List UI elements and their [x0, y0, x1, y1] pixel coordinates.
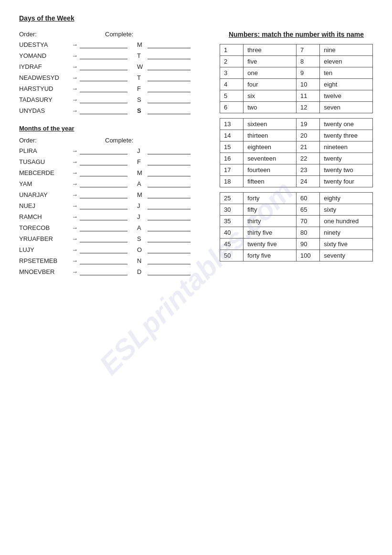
months-order-input[interactable] — [80, 180, 127, 187]
days-order-input[interactable] — [80, 74, 127, 81]
days-order-input[interactable] — [80, 96, 127, 103]
months-complete-input[interactable] — [148, 158, 191, 165]
months-order-input[interactable] — [80, 147, 127, 154]
table-row: 45 twenty five 90 sixty five — [220, 239, 373, 250]
num-cell: 60 — [296, 193, 319, 204]
word-cell: five — [244, 56, 297, 67]
num-cell: 8 — [296, 56, 319, 67]
complete-letter: A — [137, 224, 146, 231]
days-complete-col: W — [137, 63, 191, 70]
page-title: Days of the Week — [19, 14, 373, 22]
months-complete-col: M — [137, 169, 191, 176]
arrow-icon: → — [72, 246, 78, 253]
word-cell: two — [244, 102, 297, 113]
complete-letter: O — [137, 246, 146, 253]
table-row: 50 forty five 100 seventy — [220, 250, 373, 261]
left-section: Order: Complete: UDESTYA → M YOMAND → T … — [19, 31, 210, 280]
months-complete-col: D — [137, 268, 191, 275]
arrow-icon: → — [72, 63, 78, 70]
days-complete-input[interactable] — [148, 41, 191, 48]
word-cell: one hundred — [320, 216, 373, 227]
months-complete-input[interactable] — [148, 235, 191, 242]
months-complete-input[interactable] — [148, 202, 191, 209]
days-word: HARSTYUD — [19, 85, 72, 92]
num-cell: 5 — [220, 90, 244, 102]
months-word: PLIRA — [19, 147, 72, 154]
word-cell: fifty — [244, 204, 297, 216]
months-row: YAM → A — [19, 180, 210, 187]
months-complete-input[interactable] — [148, 191, 191, 198]
arrow-icon: → — [72, 158, 78, 165]
days-complete-input[interactable] — [148, 96, 191, 103]
complete-letter: T — [137, 52, 146, 59]
days-word: TADASURY — [19, 96, 72, 103]
num-cell: 80 — [296, 227, 319, 239]
days-order-input[interactable] — [80, 41, 127, 48]
word-cell: thirty — [244, 216, 297, 227]
days-complete-input[interactable] — [148, 85, 191, 92]
table-row: 16 seventeen 22 twenty — [220, 153, 373, 164]
days-order-input[interactable] — [80, 63, 127, 70]
months-complete-input[interactable] — [148, 213, 191, 220]
arrow-icon: → — [72, 268, 78, 275]
months-order-input[interactable] — [80, 191, 127, 198]
months-word: RPSETEMEB — [19, 257, 72, 264]
days-complete-input[interactable] — [148, 52, 191, 59]
num-cell: 25 — [220, 193, 244, 204]
days-complete-input[interactable] — [148, 74, 191, 81]
months-complete-input[interactable] — [148, 180, 191, 187]
months-order-input[interactable] — [80, 202, 127, 209]
complete-letter: M — [137, 169, 146, 176]
months-order-input[interactable] — [80, 257, 127, 264]
days-word: IYDRAF — [19, 63, 72, 70]
months-order-input[interactable] — [80, 224, 127, 231]
days-complete-col: T — [137, 74, 191, 81]
complete-letter: J — [137, 147, 146, 154]
table-row: 25 forty 60 eighty — [220, 193, 373, 204]
months-complete-input[interactable] — [148, 246, 191, 253]
word-cell: one — [244, 67, 297, 79]
word-cell: eight — [320, 79, 373, 90]
months-order-input[interactable] — [80, 169, 127, 176]
days-complete-col: S — [137, 96, 191, 103]
months-word: TUSAGU — [19, 158, 72, 165]
table-row: 17 fourteen 23 twenty two — [220, 164, 373, 176]
months-order-input[interactable] — [80, 158, 127, 165]
word-cell: twenty four — [320, 176, 373, 187]
word-cell: twenty two — [320, 164, 373, 176]
days-word: YOMAND — [19, 52, 72, 59]
word-cell: twenty three — [320, 130, 373, 141]
days-order-input[interactable] — [80, 107, 127, 114]
days-order-input[interactable] — [80, 85, 127, 92]
months-order-input[interactable] — [80, 246, 127, 253]
days-row: NEADWESYD → T — [19, 74, 210, 81]
arrow-icon: → — [72, 74, 78, 81]
days-complete-input[interactable] — [148, 63, 191, 70]
arrow-icon: → — [72, 52, 78, 59]
months-row: NUEJ → J — [19, 202, 210, 209]
word-cell: seventy — [320, 250, 373, 261]
months-complete-input[interactable] — [148, 169, 191, 176]
months-complete-input[interactable] — [148, 268, 191, 275]
months-word: MNOEVBER — [19, 268, 72, 275]
days-order-input[interactable] — [80, 52, 127, 59]
num-cell: 13 — [220, 119, 244, 130]
table-row: 2 five 8 eleven — [220, 56, 373, 67]
months-complete-input[interactable] — [148, 257, 191, 264]
months-order-input[interactable] — [80, 268, 127, 275]
word-cell: six — [244, 90, 297, 102]
num-cell: 16 — [220, 153, 244, 164]
arrow-icon: → — [72, 202, 78, 209]
months-complete-input[interactable] — [148, 147, 191, 154]
months-complete-input[interactable] — [148, 224, 191, 231]
months-order-input[interactable] — [80, 213, 127, 220]
complete-letter: S — [137, 96, 146, 103]
days-complete-input[interactable] — [148, 107, 191, 114]
complete-letter: N — [137, 257, 146, 264]
months-row: TORECOB → A — [19, 224, 210, 231]
table-row: 18 fifteen 24 twenty four — [220, 176, 373, 187]
months-order-input[interactable] — [80, 235, 127, 242]
arrow-icon: → — [72, 169, 78, 176]
table-row: 14 thirteen 20 twenty three — [220, 130, 373, 141]
arrow-icon: → — [72, 107, 78, 114]
